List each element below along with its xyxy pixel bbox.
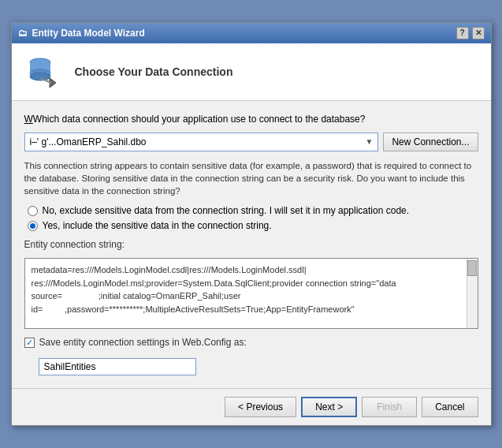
question-label: WWhich data connection should your appli… [24,114,478,125]
previous-button[interactable]: < Previous [225,397,296,417]
connection-dropdown[interactable]: i–' g'...OmanERP_Sahil.dbo ▼ [24,133,379,151]
question-underline: W [24,114,33,125]
footer: < Previous Next > Finish Cancel [12,388,491,425]
title-bar-title: Entity Data Model Wizard [32,28,145,39]
svg-point-4 [30,73,50,80]
save-label: Save entity connection settings in Web.C… [39,337,247,348]
radio-item-yes[interactable]: Yes, include the sensitive data in the c… [28,220,478,231]
radio-yes-input[interactable] [28,221,38,231]
scrollbar-thumb[interactable] [467,260,477,276]
radio-yes-label: Yes, include the sensitive data in the c… [43,220,272,231]
cancel-button[interactable]: Cancel [422,397,478,417]
save-checkbox[interactable]: ✓ [24,338,35,348]
header-title: Choose Your Data Connection [75,65,233,78]
entity-name-input[interactable] [39,358,196,375]
radio-item-no[interactable]: No, exclude sensitive data from the conn… [28,205,478,216]
entity-connection-box: metadata=res:///Models.LoginModel.csdl|r… [24,258,478,329]
next-button[interactable]: Next > [301,397,357,417]
dropdown-arrow-icon: ▼ [366,137,374,146]
help-button[interactable]: ? [456,27,469,39]
radio-no-input[interactable] [28,206,38,216]
connection-row: i–' g'...OmanERP_Sahil.dbo ▼ New Connect… [24,133,478,151]
radio-no-label: No, exclude sensitive data from the conn… [43,205,410,216]
save-row: ✓ Save entity connection settings in Web… [24,337,478,348]
dialog-window: 🗂 Entity Data Model Wizard ? ✕ Choose Yo… [11,22,492,426]
title-bar-icon: 🗂 [18,28,28,39]
entity-conn-label: Entity connection string: [24,239,478,250]
entity-conn-value: metadata=res:///Models.LoginModel.csdl|r… [32,265,396,314]
database-icon [24,53,62,91]
connection-value: i–' g'...OmanERP_Sahil.dbo [30,136,147,147]
content-area: WWhich data connection should your appli… [12,101,491,388]
header-section: Choose Your Data Connection [12,43,491,101]
scrollbar[interactable] [467,259,478,328]
new-connection-button[interactable]: New Connection... [383,133,478,151]
close-button[interactable]: ✕ [472,27,485,39]
description-text: This connection string appears to contai… [24,159,478,197]
radio-group: No, exclude sensitive data from the conn… [24,205,478,231]
title-bar: 🗂 Entity Data Model Wizard ? ✕ [12,23,491,43]
title-bar-controls: ? ✕ [456,27,485,39]
title-bar-left: 🗂 Entity Data Model Wizard [18,28,145,39]
finish-button[interactable]: Finish [362,397,417,417]
